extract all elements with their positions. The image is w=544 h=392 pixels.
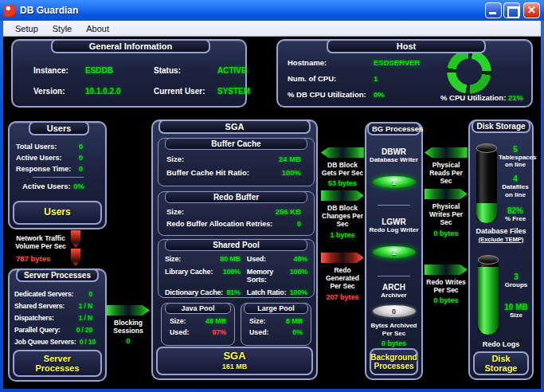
row-label: Active Users: xyxy=(22,182,71,190)
redo-buffer-subpanel: Redo Buffer Size: 256 KB Redo Buffer All… xyxy=(158,191,315,236)
stat-label: Tablespaces on line xyxy=(499,154,532,168)
field-label: % DB CPU Utilization: xyxy=(288,90,374,99)
disk-storage-button-label: Disk Storage xyxy=(475,354,527,373)
gauge-label: % CPU Utilization: xyxy=(440,93,506,102)
table-row: Response Time: 0 xyxy=(16,163,100,174)
dbwr-led-indicator: 1 xyxy=(373,176,416,188)
flow-db-block-changes: DB Block Changes Per Sec 1 bytes xyxy=(319,190,366,239)
redo-logs-caption: Redo Logs xyxy=(470,340,532,348)
flow-arrow-right-icon xyxy=(321,253,364,263)
field-value: 10.1.0.2.0 xyxy=(85,87,154,96)
field-value: ESDDB xyxy=(85,66,154,75)
flow-label: Redo Writes Per Sec xyxy=(424,278,468,294)
row-value: 8 MB xyxy=(286,317,303,325)
large-pool-title: Large Pool xyxy=(244,303,307,314)
server-processes-button[interactable]: Server Processes xyxy=(13,350,102,377)
row-value: 100% xyxy=(290,288,307,296)
minimize-button[interactable] xyxy=(485,2,502,18)
table-row: Dictionary Cache:81% Latch Ratio:100% xyxy=(165,288,307,296)
row-value: 24 MB xyxy=(279,155,301,163)
menu-setup[interactable]: Setup xyxy=(8,22,45,35)
network-traffic-value: 787 bytes xyxy=(16,254,50,263)
row-value: 100% xyxy=(223,268,241,284)
stat-value: 10 MB xyxy=(500,303,532,312)
menu-about[interactable]: About xyxy=(79,22,116,35)
row-label: Size: xyxy=(249,317,266,325)
window-title: DB Guardian xyxy=(20,5,483,16)
flow-label: Redo Generated Per Sec xyxy=(319,266,366,291)
row-label: Used: xyxy=(247,255,266,263)
bg-process-name: Database Writer xyxy=(368,156,420,163)
row-label: Library Cache: xyxy=(165,268,213,284)
flow-value: 0 bytes xyxy=(424,229,468,237)
bg-item-dbwr: DBWR Database Writer 1 xyxy=(368,147,420,188)
server-processes-title: Server Processes xyxy=(16,269,99,282)
blocking-sessions-flow: Blocking Sessions 0 xyxy=(105,305,151,345)
menu-style[interactable]: Style xyxy=(45,22,79,35)
menubar: Setup Style About xyxy=(3,21,541,37)
stat-label: Datafiles on line xyxy=(499,183,532,198)
flow-db-block-gets: DB Block Gets Per Sec 53 bytes xyxy=(319,147,366,187)
row-value: 0 xyxy=(88,290,92,298)
field-value: ACTIVE xyxy=(217,66,250,75)
database-files-cylinder xyxy=(476,143,497,223)
row-value: 0 xyxy=(79,143,83,151)
row-label: Dispatchers: xyxy=(14,314,54,322)
table-row: Shared Servers: 1 / N xyxy=(14,300,100,312)
row-label: Latch Ratio: xyxy=(247,288,287,296)
row-value: 81% xyxy=(226,288,240,296)
cpu-utilization-gauge xyxy=(447,49,491,94)
arch-led-indicator: 0 xyxy=(373,305,416,317)
table-row: Dedicated Servers: 0 xyxy=(14,288,100,300)
lgwr-led-indicator: 1 xyxy=(373,246,416,258)
sga-button[interactable]: SGA 161 MB xyxy=(156,347,313,375)
flow-label: Physical Reads Per Sec xyxy=(424,161,468,186)
flow-label: DB Block Gets Per Sec xyxy=(319,161,366,177)
close-button[interactable] xyxy=(523,2,540,18)
java-pool-subpanel: Java Pool Size: 48 MB Used: 97% xyxy=(161,303,235,346)
users-panel: Users Total Users: 0 Active Users: 0 Res… xyxy=(8,121,107,229)
users-button[interactable]: Users xyxy=(13,201,102,225)
background-processes-button[interactable]: Background Processes xyxy=(370,348,418,375)
field-value: SYSTEM xyxy=(217,87,250,96)
row-label: Redo Buffer Allocation Retries: xyxy=(166,220,272,228)
redo-buffer-title: Redo Buffer xyxy=(165,191,307,203)
row-value: 0 xyxy=(79,154,83,162)
field-label: Status: xyxy=(154,66,217,75)
archived-label: Bytes Archived Per Sec xyxy=(368,322,420,337)
flow-label: DB Block Changes Per Sec xyxy=(319,204,366,229)
field-label: Version: xyxy=(33,87,85,96)
row-value: 100% xyxy=(282,168,301,177)
field-label: Num. of CPU: xyxy=(288,74,374,83)
maximize-button[interactable] xyxy=(503,2,520,18)
bg-item-lgwr: LGWR Redo Log Writer 1 xyxy=(368,218,420,258)
flow-value: 53 bytes xyxy=(319,179,366,187)
row-label: Active Users: xyxy=(16,154,62,162)
row-value: 97% xyxy=(212,328,226,336)
table-row: Buffer Cache Hit Ratio: 100% xyxy=(159,163,314,177)
table-row: Size: 256 KB xyxy=(159,203,314,216)
row-value: 0 xyxy=(297,220,301,228)
bg-processes-title: BG Processes xyxy=(367,122,421,135)
row-value: 256 KB xyxy=(276,207,301,216)
table-row: Size: 24 MB xyxy=(159,150,314,163)
flow-redo-writes: Redo Writes Per Sec 0 bytes xyxy=(424,265,468,304)
disk-storage-button[interactable]: Disk Storage xyxy=(473,351,529,375)
flow-value: 1 bytes xyxy=(319,231,366,239)
bg-process-name: Archiver xyxy=(368,292,420,299)
flow-value: 0 xyxy=(105,337,151,345)
database-files-caption: Database Files xyxy=(470,227,532,235)
row-value: 1 / N xyxy=(79,314,92,322)
field-label: Current User: xyxy=(154,87,217,96)
flow-arrow-right-icon xyxy=(425,189,468,199)
titlebar[interactable]: DB Guardian xyxy=(0,0,544,21)
divider xyxy=(378,276,410,276)
row-value: 0 xyxy=(79,165,83,173)
flow-arrow-left-icon xyxy=(321,147,364,158)
host-panel: Host Hostname: ESDSERVER Num. of CPU: 1 … xyxy=(276,39,533,108)
bg-processes-panel: BG Processes DBWR Database Writer 1 LGWR… xyxy=(365,122,423,380)
sga-button-sublabel: 161 MB xyxy=(222,363,248,371)
disk-storage-title: Disk Storage xyxy=(472,120,530,133)
bg-item-arch: ARCH Archiver 0 Bytes Archived Per Sec 0… xyxy=(368,283,420,347)
sga-title: SGA xyxy=(159,120,311,134)
